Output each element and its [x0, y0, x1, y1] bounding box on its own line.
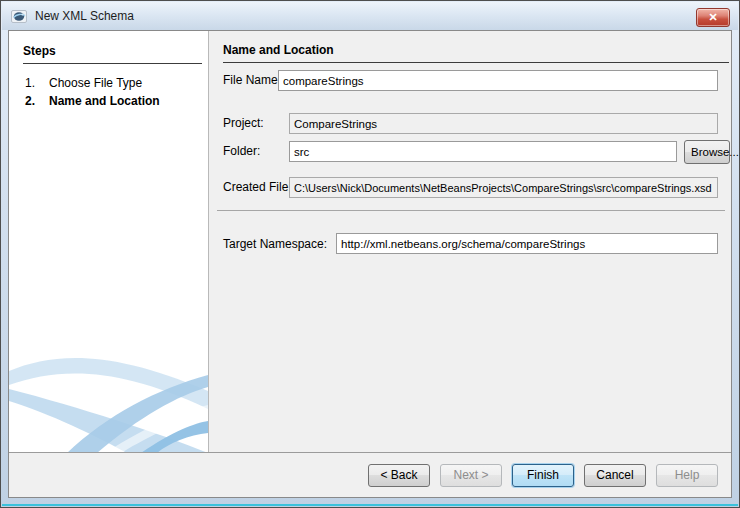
steps-list: 1. Choose File Type 2. Name and Location	[9, 74, 208, 110]
target-namespace-label: Target Namespace:	[223, 237, 327, 251]
created-file-field	[289, 177, 718, 198]
step-item-choose-file-type: 1. Choose File Type	[9, 74, 208, 92]
browse-button[interactable]: Browse...	[684, 140, 730, 164]
section-separator	[217, 210, 725, 211]
window-title: New XML Schema	[35, 9, 134, 23]
created-file-label: Created File:	[223, 180, 292, 194]
steps-header: Steps	[23, 44, 202, 64]
title-bar[interactable]: New XML Schema ✕	[2, 2, 738, 30]
frame-accent-line	[2, 504, 738, 506]
name-location-pane: Name and Location File Name: Project: Fo…	[209, 31, 731, 453]
step-item-name-and-location: 2. Name and Location	[9, 92, 208, 110]
pane-header: Name and Location	[223, 43, 729, 63]
folder-input[interactable]	[289, 141, 677, 162]
dialog-content: Steps 1. Choose File Type 2. Name and Lo…	[8, 30, 732, 498]
cancel-button[interactable]: Cancel	[584, 464, 646, 487]
folder-label: Folder:	[223, 144, 260, 158]
target-namespace-input[interactable]	[336, 233, 718, 254]
step-label: Choose File Type	[49, 76, 142, 90]
wizard-app-icon	[11, 8, 27, 24]
steps-pane: Steps 1. Choose File Type 2. Name and Lo…	[9, 31, 208, 453]
finish-button[interactable]: Finish	[512, 464, 574, 487]
back-button[interactable]: < Back	[368, 464, 430, 487]
watermark-graphic	[9, 333, 208, 453]
wizard-area: Steps 1. Choose File Type 2. Name and Lo…	[9, 31, 731, 453]
file-name-input[interactable]	[278, 70, 718, 91]
project-label: Project:	[223, 116, 264, 130]
step-number: 2.	[25, 94, 49, 108]
next-button: Next >	[440, 464, 502, 487]
step-number: 1.	[25, 76, 49, 90]
new-xml-schema-dialog: New XML Schema ✕ Steps 1. Choose File Ty…	[0, 0, 740, 508]
file-name-label: File Name:	[223, 73, 281, 87]
button-bar: < Back Next > Finish Cancel Help	[9, 452, 731, 497]
help-button: Help	[656, 464, 718, 487]
project-field	[289, 113, 718, 134]
close-button[interactable]: ✕	[696, 8, 730, 27]
step-label: Name and Location	[49, 94, 160, 108]
